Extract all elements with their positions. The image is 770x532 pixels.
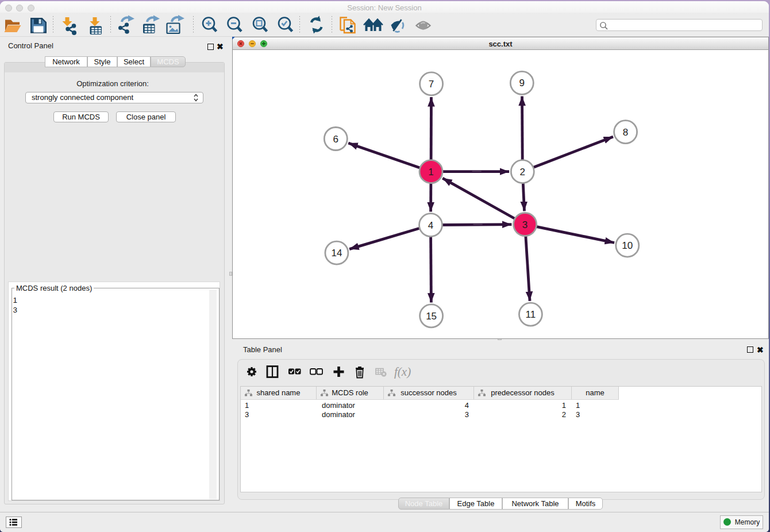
svg-text:3: 3: [522, 219, 528, 230]
svg-text:1: 1: [428, 167, 433, 178]
svg-text:9: 9: [519, 78, 525, 88]
svg-text:2: 2: [520, 167, 525, 178]
svg-text:10: 10: [622, 240, 633, 251]
svg-text:11: 11: [526, 309, 536, 320]
svg-text:15: 15: [426, 311, 437, 322]
svg-text:7: 7: [429, 79, 434, 90]
svg-text:8: 8: [623, 127, 628, 138]
svg-text:4: 4: [428, 220, 433, 231]
svg-text:f(x): f(x): [394, 365, 411, 379]
svg-text:14: 14: [331, 248, 342, 259]
svg-text:6: 6: [333, 134, 338, 145]
